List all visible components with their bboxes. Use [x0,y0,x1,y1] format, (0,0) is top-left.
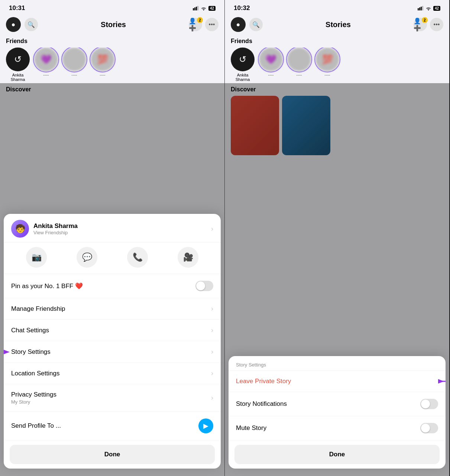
chat-settings-left-left: Chat Settings [11,327,49,334]
story-notifications-toggle-right[interactable] [420,399,438,409]
svg-rect-8 [421,7,422,10]
story-avatar-3-right [287,48,311,71]
add-friend-btn-right[interactable]: 👤➕ 2 [414,18,427,31]
action-icons-left: 📷 💬 📞 🎥 [4,242,221,274]
location-settings-left-left: Location Settings [11,370,59,377]
story-settings-left-left: Story Settings [11,348,51,356]
header-title-right: Stories [263,20,414,29]
wifi-icon-right [425,6,431,10]
friends-section-right: Friends ↺ AnkitaSharma 💜 ····· [225,35,449,83]
done-btn-left[interactable]: Done [10,445,215,464]
story-item-ankita-right[interactable]: ↺ AnkitaSharma [231,48,255,82]
story-avatar-inner-2-right: 💜 [259,48,283,71]
location-settings-item-left[interactable]: Location Settings › [4,363,221,384]
status-bar-left: 10:31 42 [0,0,224,14]
story-settings-item-left[interactable]: Story Settings › [4,341,221,363]
leave-private-story-right[interactable]: Leave Private Story [229,371,446,392]
privacy-settings-label-left: Privacy Settings [11,391,56,398]
pin-toggle-thumb-left [196,281,205,290]
mute-story-label-right: Mute Story [236,424,266,432]
story-settings-chevron-left: › [211,348,213,356]
story-name-2-right: ····· [268,73,273,77]
story-item-2-left[interactable]: 💜 ····· [34,48,58,82]
story-avatar-inner-3-left [62,48,86,71]
sub-sheet-header-right: Story Settings [229,356,446,371]
more-btn-left[interactable]: ••• [205,18,218,31]
avatar-right[interactable]: ● [231,17,246,32]
mute-story-item-right[interactable]: Mute Story [229,416,446,440]
story-item-4-left[interactable]: 💯 ····· [91,48,114,82]
story-name-3-left: ····· [71,73,77,77]
purple-arrow-right [438,374,446,389]
more-btn-right[interactable]: ••• [430,18,443,31]
story-item-2-right[interactable]: 💜 ····· [259,48,283,82]
signal-icon-right [418,6,424,10]
wifi-icon [201,6,207,10]
add-friend-btn-left[interactable]: 👤➕ 2 [189,18,202,31]
story-avatar-inner-2-left: 💜 [34,48,58,71]
status-time-right: 10:32 [234,4,250,12]
story-avatar-inner-left: ↺ [6,48,30,71]
avatar-left[interactable]: ● [6,17,21,32]
location-settings-label-left: Location Settings [11,370,59,377]
manage-friendship-left-left: Manage Friendship [11,305,65,313]
camera-btn-left[interactable]: 📷 [26,247,47,268]
story-notifications-thumb-right [421,400,430,408]
privacy-settings-sub-left: My Story [11,399,56,405]
story-name-2-left: ····· [43,73,49,77]
search-btn-right[interactable]: 🔍 [249,18,263,31]
story-avatar-ankita-left: ↺ [6,48,30,71]
friends-label-left: Friends [6,38,218,45]
story-avatar-2-right: 💜 [259,48,283,71]
search-btn-left[interactable]: 🔍 [25,18,38,31]
story-avatar-inner-4-left: 💯 [91,48,114,71]
mute-story-toggle-right[interactable] [420,423,438,433]
svg-rect-3 [197,6,198,10]
contact-text-left: Ankita Sharma View Friendship [33,222,78,235]
chat-btn-left[interactable]: 💬 [77,247,97,268]
pin-toggle-left[interactable] [195,281,213,291]
privacy-settings-item-left[interactable]: Privacy Settings My Story › [4,384,221,412]
header-actions-left: 👤➕ 2 ••• [189,18,218,31]
done-btn-right[interactable]: Done [234,445,440,464]
chat-settings-item-left[interactable]: Chat Settings › [4,320,221,341]
story-item-4-right[interactable]: 💯 ····· [315,48,339,82]
story-avatar-4-left: 💯 [91,48,114,71]
story-item-ankita-left[interactable]: ↺ AnkitaSharma [6,48,30,82]
svg-rect-9 [422,6,423,10]
story-item-3-right[interactable]: ····· [287,48,311,82]
story-name-ankita-right: AnkitaSharma [236,73,250,82]
story-avatar-3-left [62,48,86,71]
story-avatar-ankita-right: ↺ [231,48,255,71]
send-profile-item-left[interactable]: Send Profile To ... ▶ [4,412,221,440]
battery-left: 42 [208,6,216,11]
friends-section-left: Friends ↺ AnkitaSharma 💜 ····· [0,35,224,83]
right-panel: 10:32 42 ● 🔍 Stories 👤➕ 2 ••• [225,0,450,476]
contact-card-left[interactable]: 🧒 Ankita Sharma View Friendship › [4,214,221,242]
contact-name-left: Ankita Sharma [33,222,78,230]
send-profile-label-left: Send Profile To ... [11,422,61,430]
contact-info-left: 🧒 Ankita Sharma View Friendship [11,220,78,238]
chat-settings-chevron-left: › [211,326,213,334]
leave-label-right: Leave Private Story [236,378,291,385]
friends-label-right: Friends [231,38,443,45]
manage-friendship-label-left: Manage Friendship [11,305,65,313]
header-actions-right: 👤➕ 2 ••• [414,18,443,31]
status-icons-left: 42 [193,6,216,11]
mute-story-thumb-right [421,424,430,433]
phone-btn-left[interactable]: 📞 [127,247,148,268]
story-item-3-left[interactable]: ····· [62,48,86,82]
story-name-4-right: ····· [324,73,330,77]
story-name-3-right: ····· [296,73,302,77]
story-avatar-4-right: 💯 [315,48,339,71]
privacy-settings-chevron-left: › [211,394,213,402]
contact-sub-left: View Friendship [33,230,78,235]
story-notifications-item-right[interactable]: Story Notifications [229,392,446,416]
manage-friendship-item-left[interactable]: Manage Friendship › [4,298,221,320]
video-btn-left[interactable]: 🎥 [178,247,198,268]
story-settings-label-left: Story Settings [11,348,51,356]
stories-row-left: ↺ AnkitaSharma 💜 ····· ····· [6,48,218,82]
story-avatar-inner-3-right [287,48,311,71]
story-name-4-left: ····· [100,73,105,77]
send-profile-btn-left[interactable]: ▶ [198,418,213,433]
